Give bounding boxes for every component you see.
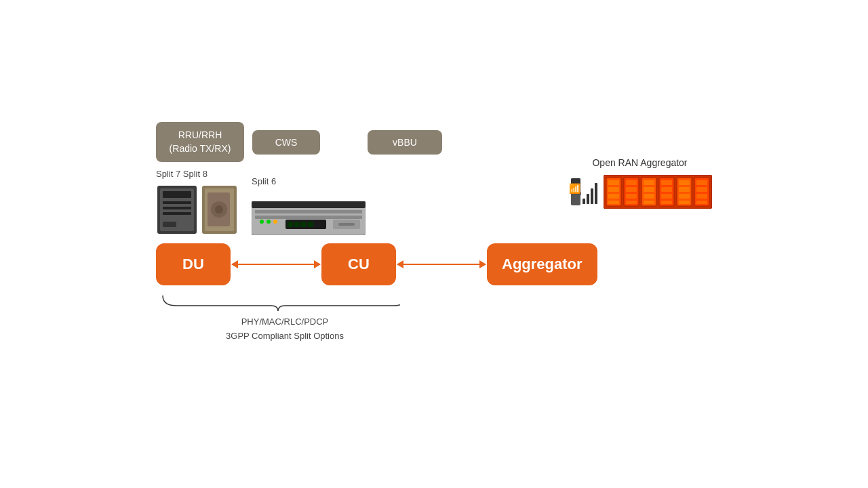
svg-point-16: [260, 220, 264, 224]
svg-rect-70: [696, 194, 707, 199]
radio-images: [156, 184, 238, 235]
svg-rect-32: [595, 183, 597, 204]
svg-rect-5: [163, 212, 191, 215]
open-ran-title: Open RAN Aggregator: [568, 157, 712, 168]
svg-rect-6: [163, 222, 176, 227]
brace-text: PHY/MAC/RLC/PDCP 3GPP Compliant Split Op…: [156, 315, 414, 344]
images-row: Split 7 Split 8: [156, 167, 712, 235]
svg-rect-46: [626, 194, 637, 199]
du-cu-arrow: [232, 264, 320, 265]
aggregator-hardware-icon: [604, 175, 712, 209]
top-labels-row: RRU/RRH (Radio TX/RX) CWS vBBU: [156, 122, 712, 162]
svg-rect-53: [644, 201, 654, 204]
svg-point-18: [273, 220, 277, 224]
svg-rect-39: [608, 187, 619, 192]
svg-rect-38: [608, 180, 619, 185]
brace-section: PHY/MAC/RLC/PDCP 3GPP Compliant Split Op…: [156, 292, 414, 344]
svg-rect-20: [288, 222, 293, 227]
split78-section: Split 7 Split 8: [156, 167, 238, 235]
arrow-left-head: [231, 260, 238, 268]
svg-rect-15: [255, 216, 362, 219]
svg-rect-29: [583, 199, 585, 204]
svg-text:📶: 📶: [569, 183, 581, 195]
open-ran-section: Open RAN Aggregator P 📶: [568, 157, 712, 209]
cu-block: CU: [321, 243, 396, 285]
vbbu-label-box: vBBU: [368, 130, 442, 155]
split6-section: Split 6: [252, 176, 366, 235]
rru-label-box: RRU/RRH (Radio TX/RX): [156, 122, 244, 162]
brace-svg: [156, 292, 400, 311]
svg-rect-68: [696, 180, 707, 185]
main-blocks-row: DU CU Aggregator: [156, 243, 712, 285]
svg-rect-30: [587, 194, 589, 204]
svg-rect-44: [626, 180, 637, 185]
server-rack-icon: [252, 201, 366, 235]
svg-rect-25: [338, 223, 355, 226]
svg-rect-47: [626, 201, 637, 204]
svg-point-17: [267, 220, 271, 224]
svg-rect-3: [163, 201, 191, 204]
svg-rect-45: [626, 187, 637, 192]
svg-rect-59: [661, 201, 672, 204]
open-ran-images: P 📶: [568, 175, 712, 209]
svg-rect-69: [696, 187, 707, 192]
du-block: DU: [156, 243, 231, 285]
svg-rect-52: [644, 194, 654, 199]
arrow-right-head2: [479, 260, 486, 268]
svg-rect-2: [163, 191, 191, 198]
svg-rect-64: [679, 194, 690, 199]
arrow-right-head: [314, 260, 321, 268]
compliant-label: 3GPP Compliant Split Options: [156, 329, 414, 344]
svg-rect-63: [679, 187, 690, 192]
rru-label-text: RRU/RRH (Radio TX/RX): [170, 129, 231, 154]
signal-bars-icon: P 📶: [568, 175, 598, 209]
svg-rect-50: [644, 180, 654, 185]
svg-rect-14: [255, 210, 362, 214]
svg-rect-62: [679, 180, 690, 185]
svg-rect-51: [644, 187, 654, 192]
svg-rect-4: [163, 207, 191, 209]
svg-rect-21: [294, 222, 300, 227]
diagram-container: RRU/RRH (Radio TX/RX) CWS vBBU Split 7 S…: [156, 122, 712, 344]
arrow-left-head2: [397, 260, 403, 268]
split6-label: Split 6: [252, 176, 276, 186]
svg-rect-41: [608, 201, 619, 204]
svg-rect-23: [308, 222, 313, 227]
svg-rect-22: [301, 222, 307, 227]
vbbu-label-text: vBBU: [393, 137, 417, 148]
svg-rect-56: [661, 180, 672, 185]
svg-rect-31: [591, 188, 593, 204]
radio-unit-icon: [156, 184, 198, 235]
svg-rect-71: [696, 201, 707, 204]
split78-label: Split 7 Split 8: [156, 167, 208, 182]
aggregator-block: Aggregator: [487, 243, 597, 285]
svg-point-11: [215, 205, 223, 214]
cu-agg-arrow: [397, 264, 486, 265]
svg-rect-40: [608, 194, 619, 199]
svg-rect-13: [252, 201, 366, 208]
cws-label-text: CWS: [275, 137, 298, 148]
cws-label-box: CWS: [252, 130, 320, 155]
svg-rect-57: [661, 187, 672, 192]
antenna-unit-icon: [201, 184, 238, 235]
phy-mac-label: PHY/MAC/RLC/PDCP: [156, 315, 414, 329]
svg-rect-65: [679, 201, 690, 204]
svg-rect-58: [661, 194, 672, 199]
